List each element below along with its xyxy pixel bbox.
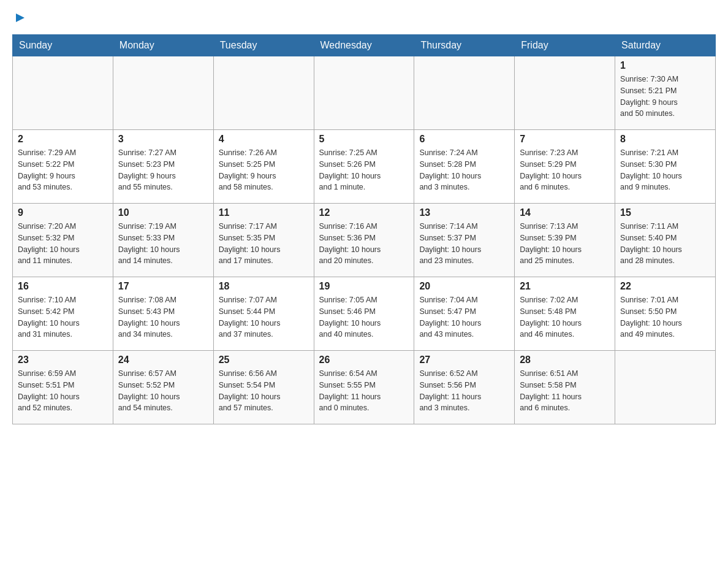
- day-info: Sunrise: 7:13 AM Sunset: 5:39 PM Dayligh…: [520, 221, 610, 267]
- calendar-cell: 6Sunrise: 7:24 AM Sunset: 5:28 PM Daylig…: [414, 130, 515, 204]
- weekday-header-monday: Monday: [113, 35, 213, 56]
- weekday-header-row: SundayMondayTuesdayWednesdayThursdayFrid…: [13, 35, 716, 56]
- weekday-header-friday: Friday: [515, 35, 615, 56]
- calendar-cell: 8Sunrise: 7:21 AM Sunset: 5:30 PM Daylig…: [615, 130, 716, 204]
- calendar-cell: 2Sunrise: 7:29 AM Sunset: 5:22 PM Daylig…: [13, 130, 113, 204]
- day-info: Sunrise: 6:56 AM Sunset: 5:54 PM Dayligh…: [219, 368, 309, 414]
- day-number: 15: [620, 207, 710, 218]
- day-info: Sunrise: 7:24 AM Sunset: 5:28 PM Dayligh…: [419, 147, 509, 193]
- calendar-cell: [515, 56, 615, 130]
- day-number: 6: [419, 134, 509, 145]
- day-number: 1: [620, 60, 710, 71]
- day-info: Sunrise: 7:27 AM Sunset: 5:23 PM Dayligh…: [118, 147, 208, 193]
- calendar-cell: [213, 56, 314, 130]
- day-info: Sunrise: 7:02 AM Sunset: 5:48 PM Dayligh…: [520, 294, 610, 340]
- calendar-cell: [615, 351, 716, 424]
- day-info: Sunrise: 7:14 AM Sunset: 5:37 PM Dayligh…: [419, 221, 509, 267]
- calendar-cell: [13, 56, 113, 130]
- day-info: Sunrise: 7:10 AM Sunset: 5:42 PM Dayligh…: [18, 294, 108, 340]
- day-number: 8: [620, 134, 710, 145]
- day-number: 26: [319, 354, 409, 366]
- calendar-week-row: 23Sunrise: 6:59 AM Sunset: 5:51 PM Dayli…: [13, 351, 716, 424]
- day-number: 22: [620, 281, 710, 292]
- logo-arrow-icon: [13, 11, 27, 25]
- calendar-table: SundayMondayTuesdayWednesdayThursdayFrid…: [12, 34, 716, 424]
- weekday-header-thursday: Thursday: [414, 35, 515, 56]
- day-info: Sunrise: 7:25 AM Sunset: 5:26 PM Dayligh…: [319, 147, 409, 193]
- day-number: 7: [520, 134, 610, 145]
- calendar-cell: 23Sunrise: 6:59 AM Sunset: 5:51 PM Dayli…: [13, 351, 113, 424]
- calendar-cell: 19Sunrise: 7:05 AM Sunset: 5:46 PM Dayli…: [314, 277, 414, 351]
- day-number: 21: [520, 281, 610, 292]
- day-info: Sunrise: 7:04 AM Sunset: 5:47 PM Dayligh…: [419, 294, 509, 340]
- calendar-cell: 16Sunrise: 7:10 AM Sunset: 5:42 PM Dayli…: [13, 277, 113, 351]
- calendar-cell: 12Sunrise: 7:16 AM Sunset: 5:36 PM Dayli…: [314, 204, 414, 277]
- day-number: 4: [219, 134, 309, 145]
- day-info: Sunrise: 7:29 AM Sunset: 5:22 PM Dayligh…: [18, 147, 108, 193]
- calendar-cell: 5Sunrise: 7:25 AM Sunset: 5:26 PM Daylig…: [314, 130, 414, 204]
- day-number: 11: [219, 207, 309, 218]
- day-number: 12: [319, 207, 409, 218]
- day-number: 28: [520, 354, 610, 366]
- calendar-cell: 20Sunrise: 7:04 AM Sunset: 5:47 PM Dayli…: [414, 277, 515, 351]
- calendar-cell: 18Sunrise: 7:07 AM Sunset: 5:44 PM Dayli…: [213, 277, 314, 351]
- svg-marker-0: [16, 13, 25, 22]
- day-number: 14: [520, 207, 610, 218]
- calendar-cell: 4Sunrise: 7:26 AM Sunset: 5:25 PM Daylig…: [213, 130, 314, 204]
- calendar-cell: 11Sunrise: 7:17 AM Sunset: 5:35 PM Dayli…: [213, 204, 314, 277]
- calendar-cell: 25Sunrise: 6:56 AM Sunset: 5:54 PM Dayli…: [213, 351, 314, 424]
- day-info: Sunrise: 6:59 AM Sunset: 5:51 PM Dayligh…: [18, 368, 108, 414]
- day-info: Sunrise: 7:19 AM Sunset: 5:33 PM Dayligh…: [118, 221, 208, 267]
- calendar-cell: 7Sunrise: 7:23 AM Sunset: 5:29 PM Daylig…: [515, 130, 615, 204]
- weekday-header-wednesday: Wednesday: [314, 35, 414, 56]
- calendar-cell: 15Sunrise: 7:11 AM Sunset: 5:40 PM Dayli…: [615, 204, 716, 277]
- day-info: Sunrise: 7:11 AM Sunset: 5:40 PM Dayligh…: [620, 221, 710, 267]
- calendar-cell: 21Sunrise: 7:02 AM Sunset: 5:48 PM Dayli…: [515, 277, 615, 351]
- calendar-cell: 26Sunrise: 6:54 AM Sunset: 5:55 PM Dayli…: [314, 351, 414, 424]
- day-number: 20: [419, 281, 509, 292]
- calendar-cell: 17Sunrise: 7:08 AM Sunset: 5:43 PM Dayli…: [113, 277, 213, 351]
- day-info: Sunrise: 6:54 AM Sunset: 5:55 PM Dayligh…: [319, 368, 409, 414]
- calendar-cell: [314, 56, 414, 130]
- day-info: Sunrise: 7:01 AM Sunset: 5:50 PM Dayligh…: [620, 294, 710, 340]
- calendar-cell: 14Sunrise: 7:13 AM Sunset: 5:39 PM Dayli…: [515, 204, 615, 277]
- day-info: Sunrise: 7:20 AM Sunset: 5:32 PM Dayligh…: [18, 221, 108, 267]
- calendar-cell: 3Sunrise: 7:27 AM Sunset: 5:23 PM Daylig…: [113, 130, 213, 204]
- calendar-cell: 9Sunrise: 7:20 AM Sunset: 5:32 PM Daylig…: [13, 204, 113, 277]
- day-number: 10: [118, 207, 208, 218]
- day-info: Sunrise: 6:51 AM Sunset: 5:58 PM Dayligh…: [520, 368, 610, 414]
- day-info: Sunrise: 7:21 AM Sunset: 5:30 PM Dayligh…: [620, 147, 710, 193]
- day-number: 16: [18, 281, 108, 292]
- day-info: Sunrise: 7:08 AM Sunset: 5:43 PM Dayligh…: [118, 294, 208, 340]
- day-number: 17: [118, 281, 208, 292]
- day-number: 27: [419, 354, 509, 366]
- day-number: 24: [118, 354, 208, 366]
- page-header: [12, 12, 716, 28]
- calendar-cell: 28Sunrise: 6:51 AM Sunset: 5:58 PM Dayli…: [515, 351, 615, 424]
- calendar-cell: [113, 56, 213, 130]
- day-number: 2: [18, 134, 108, 145]
- day-info: Sunrise: 7:16 AM Sunset: 5:36 PM Dayligh…: [319, 221, 409, 267]
- calendar-cell: 22Sunrise: 7:01 AM Sunset: 5:50 PM Dayli…: [615, 277, 716, 351]
- day-number: 25: [219, 354, 309, 366]
- weekday-header-sunday: Sunday: [13, 35, 113, 56]
- day-info: Sunrise: 6:52 AM Sunset: 5:56 PM Dayligh…: [419, 368, 509, 414]
- day-number: 3: [118, 134, 208, 145]
- day-info: Sunrise: 7:26 AM Sunset: 5:25 PM Dayligh…: [219, 147, 309, 193]
- calendar-cell: [414, 56, 515, 130]
- weekday-header-saturday: Saturday: [615, 35, 716, 56]
- day-info: Sunrise: 7:30 AM Sunset: 5:21 PM Dayligh…: [620, 74, 710, 120]
- day-number: 13: [419, 207, 509, 218]
- weekday-header-tuesday: Tuesday: [213, 35, 314, 56]
- calendar-cell: 1Sunrise: 7:30 AM Sunset: 5:21 PM Daylig…: [615, 56, 716, 130]
- logo: [12, 12, 27, 28]
- calendar-week-row: 16Sunrise: 7:10 AM Sunset: 5:42 PM Dayli…: [13, 277, 716, 351]
- calendar-cell: 27Sunrise: 6:52 AM Sunset: 5:56 PM Dayli…: [414, 351, 515, 424]
- day-info: Sunrise: 7:23 AM Sunset: 5:29 PM Dayligh…: [520, 147, 610, 193]
- day-number: 23: [18, 354, 108, 366]
- day-info: Sunrise: 7:17 AM Sunset: 5:35 PM Dayligh…: [219, 221, 309, 267]
- calendar-week-row: 9Sunrise: 7:20 AM Sunset: 5:32 PM Daylig…: [13, 204, 716, 277]
- day-info: Sunrise: 7:07 AM Sunset: 5:44 PM Dayligh…: [219, 294, 309, 340]
- day-info: Sunrise: 7:05 AM Sunset: 5:46 PM Dayligh…: [319, 294, 409, 340]
- calendar-cell: 24Sunrise: 6:57 AM Sunset: 5:52 PM Dayli…: [113, 351, 213, 424]
